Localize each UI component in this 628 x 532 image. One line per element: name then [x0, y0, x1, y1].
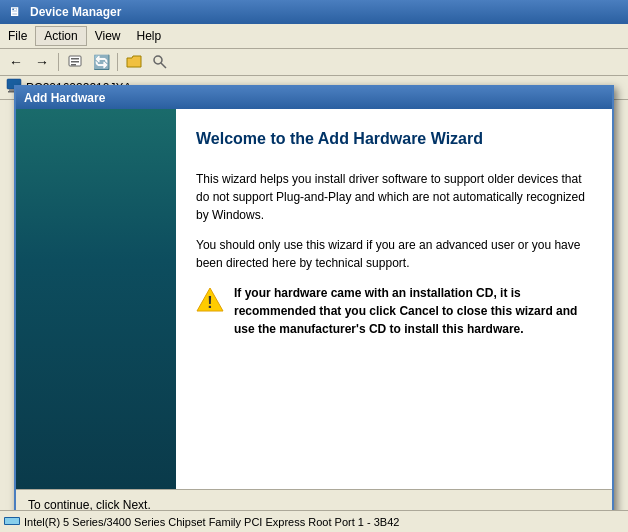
- add-hardware-dialog: Add Hardware Welcome to the Add Hardware…: [14, 85, 614, 532]
- dialog-right-panel: Welcome to the Add Hardware Wizard This …: [176, 109, 612, 489]
- app-icon: 🖥: [8, 4, 24, 20]
- dialog-warning-text: If your hardware came with an installati…: [234, 284, 592, 338]
- menu-bar: File Action View Help: [0, 24, 628, 49]
- svg-point-4: [154, 56, 162, 64]
- toolbar-separator-2: [117, 53, 118, 71]
- menu-view[interactable]: View: [87, 27, 129, 45]
- status-bar: Intel(R) 5 Series/3400 Series Chipset Fa…: [0, 510, 628, 532]
- svg-rect-12: [5, 518, 19, 524]
- toolbar: ← → 🔄: [0, 49, 628, 76]
- toolbar-forward-btn[interactable]: →: [30, 51, 54, 73]
- svg-rect-2: [71, 61, 79, 63]
- toolbar-search-btn[interactable]: [148, 51, 172, 73]
- svg-rect-3: [71, 64, 76, 66]
- dialog-title-label: Add Hardware: [24, 91, 105, 105]
- menu-file[interactable]: File: [0, 27, 35, 45]
- dialog-body: Welcome to the Add Hardware Wizard This …: [16, 109, 612, 489]
- svg-rect-1: [71, 58, 79, 60]
- title-bar: 🖥 Device Manager: [0, 0, 628, 24]
- dialog-para2: You should only use this wizard if you a…: [196, 236, 592, 272]
- toolbar-folder-btn[interactable]: [122, 51, 146, 73]
- warning-icon: !: [196, 286, 224, 314]
- toolbar-separator: [58, 53, 59, 71]
- menu-help[interactable]: Help: [129, 27, 170, 45]
- status-text: Intel(R) 5 Series/3400 Series Chipset Fa…: [24, 516, 399, 528]
- device-icon: [4, 515, 20, 529]
- window-title: Device Manager: [30, 5, 121, 19]
- dialog-left-panel: [16, 109, 176, 489]
- toolbar-refresh-btn[interactable]: 🔄: [89, 51, 113, 73]
- toolbar-properties-btn[interactable]: [63, 51, 87, 73]
- svg-text:!: !: [207, 294, 212, 311]
- dialog-title-bar: Add Hardware: [16, 87, 612, 109]
- toolbar-back-btn[interactable]: ←: [4, 51, 28, 73]
- svg-line-5: [161, 63, 166, 68]
- dialog-para1: This wizard helps you install driver sof…: [196, 170, 592, 224]
- dialog-welcome-title: Welcome to the Add Hardware Wizard: [196, 129, 592, 150]
- menu-action[interactable]: Action: [35, 26, 86, 46]
- dialog-warning-box: ! If your hardware came with an installa…: [196, 284, 592, 338]
